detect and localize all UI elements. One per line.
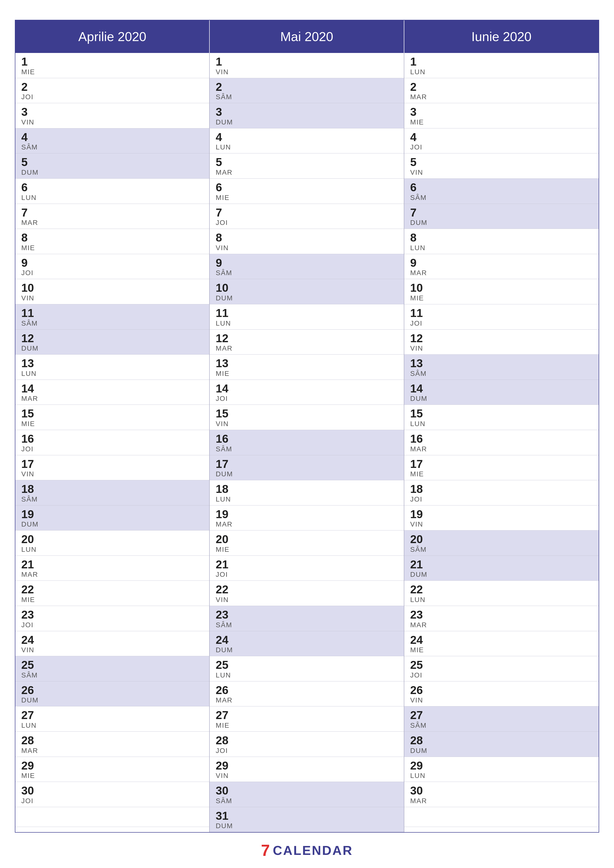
day-name: JOI	[21, 445, 203, 453]
day-row: 14JOI	[210, 380, 404, 405]
logo-text: CALENDAR	[273, 843, 353, 858]
day-number: 29	[21, 760, 203, 772]
day-row: 12MAR	[210, 330, 404, 355]
day-row: 26DUM	[16, 682, 209, 707]
day-number: 26	[410, 684, 593, 696]
day-number: 12	[216, 332, 398, 345]
day-row: 20MIE	[210, 530, 404, 556]
day-row: 1MIE	[16, 53, 209, 78]
day-number: 19	[410, 508, 593, 521]
day-row: 20LUN	[16, 530, 209, 556]
day-row: 1LUN	[404, 53, 598, 78]
day-row: 9SÂM	[210, 254, 404, 279]
day-name: MAR	[21, 395, 203, 403]
day-name: MAR	[21, 219, 203, 227]
day-number: 27	[21, 709, 203, 722]
day-row: 22VIN	[210, 581, 404, 606]
day-row: 30MAR	[404, 782, 598, 807]
day-row: 2MAR	[404, 78, 598, 104]
day-name: JOI	[21, 797, 203, 805]
day-number: 12	[410, 332, 593, 345]
day-row: 21MAR	[16, 556, 209, 581]
day-name: DUM	[410, 219, 593, 227]
calendar-container: Aprilie 2020Mai 2020Iunie 2020 1MIE2JOI3…	[15, 20, 599, 832]
day-row: 14DUM	[404, 380, 598, 405]
day-row: 8LUN	[404, 229, 598, 254]
day-number: 9	[21, 257, 203, 269]
day-number: 19	[21, 508, 203, 521]
day-number: 1	[410, 56, 593, 68]
day-number: 7	[410, 206, 593, 219]
day-number: 17	[410, 458, 593, 470]
day-name: MAR	[410, 269, 593, 277]
day-number: 15	[216, 407, 398, 420]
day-name: MIE	[410, 646, 593, 654]
day-name: SÂM	[21, 143, 203, 151]
header-row: Aprilie 2020Mai 2020Iunie 2020	[16, 20, 598, 53]
day-name: SÂM	[216, 621, 398, 629]
day-number: 30	[410, 784, 593, 797]
day-row: 16SÂM	[210, 430, 404, 455]
day-name: LUN	[216, 319, 398, 327]
day-name: MIE	[216, 546, 398, 553]
day-name: SÂM	[410, 722, 593, 729]
day-number: 16	[21, 432, 203, 445]
day-name: LUN	[410, 420, 593, 428]
day-row: 6SÂM	[404, 179, 598, 204]
day-number: 2	[21, 81, 203, 93]
empty-row	[404, 807, 598, 827]
day-number: 11	[216, 307, 398, 319]
day-row: 6MIE	[210, 179, 404, 204]
day-name: JOI	[410, 495, 593, 503]
day-number: 21	[216, 558, 398, 571]
day-name: SÂM	[216, 797, 398, 805]
day-name: VIN	[21, 118, 203, 126]
day-row: 1VIN	[210, 53, 404, 78]
day-name: SÂM	[216, 93, 398, 101]
day-name: DUM	[21, 344, 203, 352]
month-column-0: 1MIE2JOI3VIN4SÂM5DUM6LUN7MAR8MIE9JOI10VI…	[16, 53, 210, 832]
day-row: 22LUN	[404, 581, 598, 606]
day-name: VIN	[216, 420, 398, 428]
day-number: 28	[21, 734, 203, 747]
day-name: DUM	[21, 520, 203, 528]
day-row: 22MIE	[16, 581, 209, 606]
day-row: 16JOI	[16, 430, 209, 455]
day-row: 16MAR	[404, 430, 598, 455]
day-row: 3VIN	[16, 103, 209, 129]
day-number: 21	[410, 558, 593, 571]
day-name: LUN	[410, 596, 593, 604]
day-name: MAR	[410, 445, 593, 453]
day-row: 7DUM	[404, 204, 598, 229]
day-row: 2JOI	[16, 78, 209, 104]
day-number: 17	[216, 458, 398, 470]
day-name: JOI	[216, 395, 398, 403]
day-row: 19MAR	[210, 505, 404, 531]
day-number: 28	[410, 734, 593, 747]
day-row: 10DUM	[210, 279, 404, 304]
day-number: 24	[410, 634, 593, 646]
day-name: SÂM	[410, 546, 593, 553]
day-row: 7JOI	[210, 204, 404, 229]
day-row: 26VIN	[404, 682, 598, 707]
day-number: 9	[216, 257, 398, 269]
day-name: MAR	[216, 696, 398, 704]
day-row: 12DUM	[16, 330, 209, 355]
day-number: 15	[410, 407, 593, 420]
month-column-2: 1LUN2MAR3MIE4JOI5VIN6SÂM7DUM8LUN9MAR10MI…	[404, 53, 598, 832]
day-name: VIN	[216, 596, 398, 604]
day-number: 28	[216, 734, 398, 747]
logo-icon: 7	[261, 843, 270, 858]
day-row: 21DUM	[404, 556, 598, 581]
day-number: 11	[410, 307, 593, 319]
day-row: 10VIN	[16, 279, 209, 304]
day-row: 21JOI	[210, 556, 404, 581]
day-name: MIE	[410, 118, 593, 126]
day-name: JOI	[410, 671, 593, 679]
empty-row	[16, 807, 209, 827]
day-number: 26	[216, 684, 398, 696]
day-number: 4	[410, 131, 593, 144]
day-row: 7MAR	[16, 204, 209, 229]
day-number: 22	[216, 583, 398, 596]
footer: 7 CALENDAR	[15, 832, 599, 863]
